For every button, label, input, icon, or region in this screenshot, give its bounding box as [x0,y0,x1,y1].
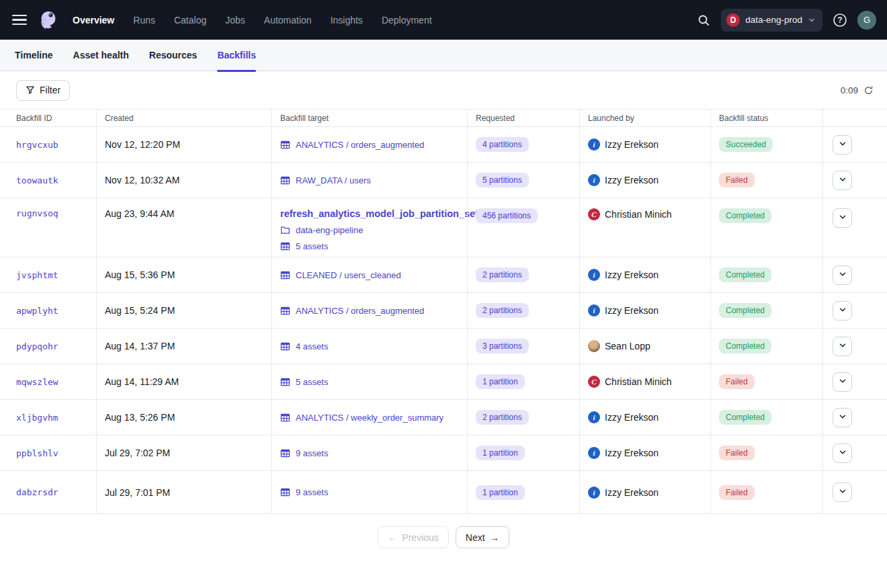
row-expand-button[interactable] [833,301,852,321]
backfill-id-link[interactable]: pdypqohr [16,341,58,351]
table-icon [280,140,290,150]
launcher: CChristian Minich [588,376,672,388]
previous-label: Previous [402,532,438,543]
chevron-down-icon [838,412,847,423]
backfill-id-link[interactable]: dabzrsdr [16,487,58,497]
nav-item-deployment[interactable]: Deployment [382,15,432,26]
target-line: ANALYTICS / orders_augmented [280,306,424,316]
backfill-id-link[interactable]: jvsphtmt [16,270,58,280]
backfill-target-link[interactable]: 9 assets [296,487,328,497]
column-header-actions [822,110,887,126]
row-expand-button[interactable] [833,372,852,392]
backfill-id-link[interactable]: toowautk [16,175,58,185]
target-line: RAW_DATA / users [280,175,371,185]
row-expand-button[interactable] [833,482,852,502]
avatar-photo [588,340,600,352]
table-row: mqwszlewAug 14, 11:29 AM5 assets1 partit… [0,364,887,400]
partitions-badge: 1 partition [476,485,525,500]
refresh-icon[interactable] [863,85,874,95]
previous-page-button[interactable]: ← Previous [378,526,448,548]
cell-launched-by: iIzzy Erekson [579,293,710,328]
row-expand-button[interactable] [833,171,852,190]
backfill-id-link[interactable]: hrgvcxub [16,140,58,150]
dagster-logo-icon[interactable] [36,8,60,32]
filter-button[interactable]: Filter [16,80,70,101]
help-icon[interactable]: ? [829,9,851,31]
target-line: data-eng-pipeline [280,225,363,235]
deployment-switcher[interactable]: D data-eng-prod [721,9,822,32]
row-expand-button[interactable] [833,135,852,155]
backfill-target-link[interactable]: CLEANED / users_cleaned [296,270,401,280]
table-row: rugnvsoqAug 23, 9:44 AMrefresh_analytics… [0,198,887,257]
cell-backfill-status: Failed [710,471,822,513]
tab-timeline[interactable]: Timeline [15,40,53,71]
created-timestamp: Aug 23, 9:44 AM [105,208,175,219]
target-line: 9 assets [280,487,328,497]
launcher: iIzzy Erekson [588,447,659,459]
search-icon[interactable] [693,9,714,31]
cell-requested: 456 partitions [467,198,579,257]
cell-backfill-target: RAW_DATA / users [271,163,467,198]
status-badge: Completed [719,267,771,282]
row-expand-button[interactable] [833,444,852,463]
nav-item-overview[interactable]: Overview [73,15,114,26]
row-expand-button[interactable] [833,408,852,427]
backfill-target-link[interactable]: 4 assets [296,341,328,351]
nav-item-insights[interactable]: Insights [331,15,363,26]
refresh-countdown: 0:09 [841,85,858,95]
backfill-id-link[interactable]: mqwszlew [16,377,58,387]
backfill-target-link[interactable]: RAW_DATA / users [296,175,371,185]
backfill-id-link[interactable]: rugnvsoq [16,208,58,218]
cell-launched-by: iIzzy Erekson [579,435,710,470]
row-expand-button[interactable] [833,208,852,228]
chevron-down-icon [838,487,847,498]
cell-backfill-status: Completed [710,400,822,435]
avatar-initial: i [588,269,600,281]
backfills-table: Backfill IDCreatedBackfill targetRequest… [0,109,887,514]
backfill-target-link[interactable]: refresh_analytics_model_job_partition_se… [280,208,478,219]
launcher: iIzzy Erekson [588,304,659,317]
deployment-name: data-eng-prod [745,15,802,25]
cell-backfill-target: ANALYTICS / orders_augmented [271,293,467,328]
backfill-target-link[interactable]: 5 assets [296,241,328,251]
next-page-button[interactable]: Next → [456,526,509,548]
backfill-target-link[interactable]: ANALYTICS / orders_augmented [296,140,424,150]
row-expand-button[interactable] [833,265,852,285]
cell-backfill-status: Succeeded [710,127,822,162]
table-icon [280,306,290,316]
backfill-target-link[interactable]: data-eng-pipeline [296,225,363,235]
backfill-target-link[interactable]: ANALYTICS / orders_augmented [296,306,424,316]
launcher: iIzzy Erekson [588,411,659,423]
backfill-target-link[interactable]: 5 assets [296,377,328,387]
backfill-id-link[interactable]: apwplyht [16,306,58,316]
user-avatar[interactable]: G [857,11,876,30]
cell-requested: 2 partitions [467,293,579,328]
launcher-name: Sean Lopp [605,341,650,351]
backfill-target-link[interactable]: ANALYTICS / weekly_order_summary [296,413,444,423]
column-header-backfill-id: Backfill ID [0,110,96,126]
table-icon [280,175,290,185]
cell-backfill-target: ANALYTICS / weekly_order_summary [271,400,467,435]
nav-item-automation[interactable]: Automation [264,15,312,26]
partitions-badge: 1 partition [476,446,525,460]
partitions-badge: 2 partitions [476,303,529,318]
cell-actions [822,329,887,364]
hamburger-menu-icon[interactable] [12,13,30,28]
target-line: ANALYTICS / orders_augmented [280,140,424,150]
nav-item-jobs[interactable]: Jobs [225,15,245,26]
row-expand-button[interactable] [833,337,852,356]
partitions-badge: 2 partitions [476,410,529,425]
tab-backfills[interactable]: Backfills [217,40,256,71]
primary-nav: OverviewRunsCatalogJobsAutomationInsight… [73,15,432,26]
backfill-id-link[interactable]: xljbgvhm [16,413,58,423]
column-header-requested: Requested [467,110,579,126]
launcher-name: Izzy Erekson [605,412,659,423]
tab-asset-health[interactable]: Asset health [73,40,129,71]
nav-item-catalog[interactable]: Catalog [174,15,206,26]
tab-resources[interactable]: Resources [149,40,198,71]
chevron-down-icon [838,341,847,352]
nav-item-runs[interactable]: Runs [133,15,155,26]
backfill-target-link[interactable]: 9 assets [296,448,328,458]
partitions-badge: 5 partitions [476,173,529,187]
backfill-id-link[interactable]: ppblshlv [16,448,58,458]
